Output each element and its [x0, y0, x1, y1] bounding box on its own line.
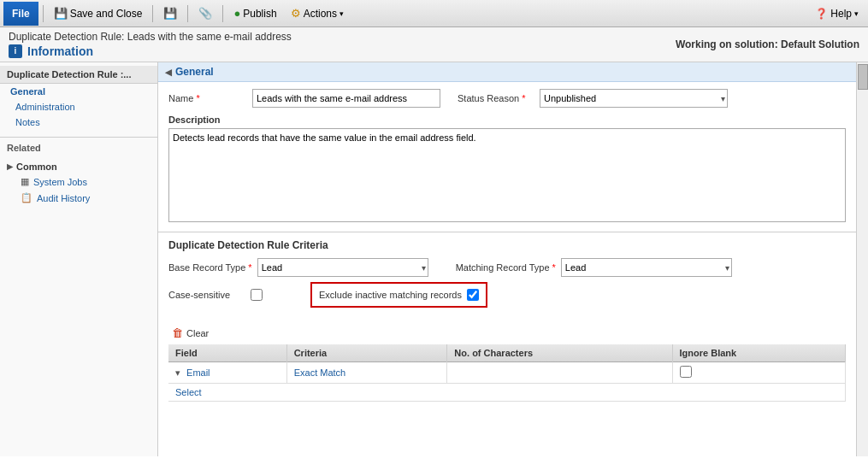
- case-sensitive-checkbox[interactable]: [251, 289, 263, 301]
- base-record-group: Base Record Type * Lead ▾: [168, 258, 428, 277]
- actions-icon: ⚙: [291, 7, 301, 20]
- status-required-star: *: [522, 93, 525, 103]
- scroll-thumb[interactable]: [858, 64, 868, 90]
- row-characters-cell: [447, 362, 672, 384]
- save-icon: 💾: [163, 7, 177, 20]
- section-collapse-icon[interactable]: ◀: [165, 68, 172, 77]
- clear-icon: 🗑: [172, 326, 183, 339]
- scrollbar[interactable]: [856, 62, 868, 456]
- sidebar-item-audit-history[interactable]: 📋 Audit History: [0, 190, 157, 206]
- base-record-select-wrapper: Lead ▾: [257, 258, 428, 277]
- row-ignore-blank-cell: [672, 362, 845, 384]
- row-criteria-link[interactable]: Exact Match: [294, 367, 346, 378]
- paperclip-icon: 📎: [198, 7, 212, 20]
- row-field-cell: ▾ Email: [168, 362, 286, 384]
- actions-label: Actions: [304, 8, 337, 20]
- base-record-select[interactable]: Lead: [257, 258, 428, 277]
- grid-icon: ▦: [21, 176, 29, 187]
- name-status-row: Name * Status Reason * Unpublished Publi…: [168, 89, 846, 108]
- help-circle-icon: ❓: [815, 8, 828, 20]
- col-ignore-blank: Ignore Blank: [672, 344, 845, 362]
- audit-history-label: Audit History: [37, 193, 90, 203]
- col-field: Field: [168, 344, 286, 362]
- table-area: 🗑 Clear Field Criteria No. of Characters…: [158, 320, 856, 407]
- general-section-label: General: [175, 66, 214, 78]
- table-header-row: Field Criteria No. of Characters Ignore …: [168, 344, 846, 362]
- attach-button[interactable]: 📎: [192, 3, 218, 25]
- sidebar-item-general[interactable]: General: [0, 84, 157, 99]
- actions-button[interactable]: ⚙ Actions ▾: [285, 3, 350, 25]
- row-expand-icon[interactable]: ▾: [175, 367, 180, 378]
- sidebar-item-administration[interactable]: Administration: [0, 99, 157, 115]
- select-row: Select: [168, 384, 846, 402]
- matching-record-select[interactable]: Lead: [561, 258, 732, 277]
- base-record-label-text: Base Record Type: [168, 262, 245, 273]
- row-field-link[interactable]: Email: [186, 367, 210, 378]
- content-area: ◀ General Name * Status Reason *: [158, 62, 856, 456]
- case-sensitive-row: Case-sensitive Exclude inactive matching…: [168, 282, 846, 308]
- save-button[interactable]: 💾: [157, 3, 183, 25]
- name-label-text: Name: [168, 93, 193, 103]
- case-sensitive-group: Case-sensitive: [168, 289, 263, 301]
- table-row: ▾ Email Exact Match: [168, 362, 846, 384]
- matching-record-required: *: [552, 262, 556, 273]
- description-label: Description: [168, 115, 846, 125]
- related-label: Related: [0, 138, 157, 155]
- system-jobs-label: System Jobs: [33, 177, 87, 187]
- triangle-icon: ▶: [7, 162, 13, 171]
- row-ignore-blank-checkbox[interactable]: [680, 366, 692, 378]
- header-left: Duplicate Detection Rule: Leads with the…: [9, 31, 292, 58]
- toolbar-right: ❓ Help ▾: [809, 3, 865, 25]
- clear-label: Clear: [186, 328, 209, 338]
- toolbar: File 💾 Save and Close 💾 📎 ● Publish ⚙ Ac…: [0, 0, 868, 27]
- select-link[interactable]: Select: [175, 387, 202, 397]
- general-section-header: ◀ General: [158, 62, 856, 82]
- save-close-label: Save and Close: [70, 8, 143, 20]
- page-subtitle: i Information: [9, 44, 292, 58]
- sidebar-title: Duplicate Detection Rule :...: [0, 66, 157, 84]
- matching-record-label: Matching Record Type *: [456, 262, 556, 273]
- publish-label: Publish: [243, 8, 276, 20]
- status-select[interactable]: Unpublished Published: [540, 89, 728, 108]
- actions-dropdown-icon: ▾: [340, 9, 344, 18]
- audit-icon: 📋: [21, 192, 32, 203]
- publish-icon: ●: [233, 7, 240, 20]
- base-record-label: Base Record Type *: [168, 262, 252, 273]
- select-cell: Select: [168, 384, 846, 402]
- record-type-row: Base Record Type * Lead ▾ Matching Recor…: [168, 258, 846, 277]
- common-label: Common: [16, 162, 57, 172]
- main-layout: Duplicate Detection Rule :... General Ad…: [0, 62, 868, 456]
- col-criteria: Criteria: [286, 344, 447, 362]
- help-dropdown-icon: ▾: [854, 9, 859, 18]
- publish-button[interactable]: ● Publish: [227, 3, 282, 25]
- sidebar-item-system-jobs[interactable]: ▦ System Jobs: [0, 173, 157, 190]
- sidebar-item-notes[interactable]: Notes: [0, 115, 157, 130]
- matching-record-group: Matching Record Type * Lead ▾: [456, 258, 732, 277]
- description-textarea[interactable]: Detects lead records that have the same …: [168, 128, 846, 222]
- sep1: [43, 5, 44, 22]
- sidebar: Duplicate Detection Rule :... General Ad…: [0, 62, 158, 456]
- working-on-label: Working on solution: Default Solution: [676, 38, 859, 50]
- floppy-icon: 💾: [54, 7, 68, 20]
- breadcrumb: Duplicate Detection Rule: Leads with the…: [9, 31, 292, 43]
- header-bar: Duplicate Detection Rule: Leads with the…: [0, 27, 868, 62]
- clear-button[interactable]: 🗑 Clear: [168, 325, 212, 341]
- exclude-inactive-checkbox[interactable]: [467, 289, 479, 301]
- row-criteria-cell: Exact Match: [286, 362, 447, 384]
- common-group-label: ▶ Common: [0, 155, 157, 173]
- file-button[interactable]: File: [3, 2, 38, 26]
- status-group: Status Reason * Unpublished Published ▾: [458, 89, 728, 108]
- name-input[interactable]: [252, 89, 440, 108]
- help-label: Help: [830, 8, 852, 20]
- general-section-content: Name * Status Reason * Unpublished Publi…: [158, 82, 856, 232]
- save-close-button[interactable]: 💾 Save and Close: [48, 3, 149, 25]
- criteria-title: Duplicate Detection Rule Criteria: [168, 239, 846, 251]
- sep3: [187, 5, 188, 22]
- matching-record-label-text: Matching Record Type: [456, 262, 550, 273]
- name-label: Name *: [168, 93, 245, 103]
- info-icon: i: [9, 44, 22, 58]
- col-characters: No. of Characters: [447, 344, 672, 362]
- exclude-inactive-label: Exclude inactive matching records: [319, 290, 462, 300]
- help-button[interactable]: ❓ Help ▾: [809, 3, 865, 25]
- status-reason-label: Status Reason *: [458, 93, 534, 103]
